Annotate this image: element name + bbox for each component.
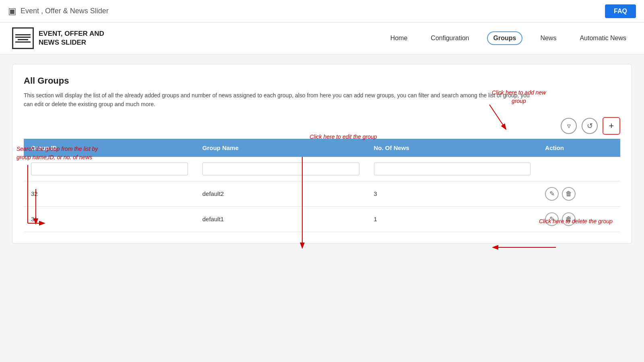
filter-cell-action bbox=[538, 157, 620, 181]
logo-icon bbox=[12, 27, 34, 49]
card-title: All Groups bbox=[24, 76, 620, 86]
top-bar-title-area: ▣ Event , Offer & News Slider bbox=[8, 6, 109, 16]
delete-icon: 🗑 bbox=[566, 216, 572, 223]
app-title: Event , Offer & News Slider bbox=[21, 7, 109, 15]
edit-icon: ✎ bbox=[549, 215, 555, 223]
toolbar-area: ▿ ↺ + bbox=[24, 117, 620, 135]
nav-groups[interactable]: Groups bbox=[487, 31, 523, 45]
action-buttons: ✎ 🗑 bbox=[545, 212, 613, 226]
logo-line1 bbox=[15, 34, 31, 35]
card-description: This section will display the list of al… bbox=[24, 91, 531, 109]
filter-button[interactable]: ▿ bbox=[561, 118, 577, 134]
edit-button-row1[interactable]: ✎ bbox=[545, 212, 559, 226]
groups-table: Group ID Group Name No. Of News Action bbox=[24, 139, 620, 232]
nav-news[interactable]: News bbox=[535, 32, 562, 44]
filter-cell-name bbox=[195, 157, 367, 181]
delete-button-row1[interactable]: 🗑 bbox=[562, 212, 576, 226]
logo-line3 bbox=[18, 39, 29, 40]
monitor-icon: ▣ bbox=[8, 6, 17, 16]
cell-news-count: 1 bbox=[367, 206, 538, 232]
nav-automatic-news[interactable]: Automatic News bbox=[574, 32, 632, 44]
logo-line2 bbox=[15, 37, 31, 38]
nav-home[interactable]: Home bbox=[385, 32, 413, 44]
col-news-count: No. Of News bbox=[367, 139, 538, 157]
filter-cell-id bbox=[24, 157, 195, 181]
table-row: 32 default2 3 ✎ 🗑 bbox=[24, 181, 620, 206]
table-container: Group ID Group Name No. Of News Action bbox=[24, 139, 620, 232]
all-groups-card: Search the group from the list bygroup n… bbox=[12, 64, 632, 244]
cell-group-name: default2 bbox=[195, 181, 367, 206]
table-row: 31 default1 1 ✎ 🗑 bbox=[24, 206, 620, 232]
table-body: 32 default2 3 ✎ 🗑 bbox=[24, 157, 620, 232]
filter-input-id[interactable] bbox=[31, 162, 188, 175]
edit-button-row0[interactable]: ✎ bbox=[545, 187, 559, 201]
main-content: Search the group from the list bygroup n… bbox=[0, 54, 644, 253]
header-row: Group ID Group Name No. Of News Action bbox=[24, 139, 620, 157]
cell-group-id: 32 bbox=[24, 181, 195, 206]
filter-cell-news bbox=[367, 157, 538, 181]
faq-button[interactable]: FAQ bbox=[605, 4, 636, 18]
filter-input-name[interactable] bbox=[202, 162, 359, 175]
nav-header: EVENT, OFFER AND NEWS SLIDER Home Config… bbox=[0, 23, 644, 54]
action-buttons: ✎ 🗑 bbox=[545, 187, 613, 201]
top-bar: ▣ Event , Offer & News Slider FAQ bbox=[0, 0, 644, 23]
add-group-button[interactable]: + bbox=[603, 117, 620, 135]
delete-button-row0[interactable]: 🗑 bbox=[562, 187, 576, 201]
col-group-name: Group Name bbox=[195, 139, 367, 157]
logo-area: EVENT, OFFER AND NEWS SLIDER bbox=[12, 27, 104, 49]
cell-news-count: 3 bbox=[367, 181, 538, 206]
filter-row bbox=[24, 157, 620, 181]
cell-group-name: default1 bbox=[195, 206, 367, 232]
add-icon: + bbox=[609, 121, 614, 131]
cell-action: ✎ 🗑 bbox=[538, 181, 620, 206]
cell-action: ✎ 🗑 bbox=[538, 206, 620, 232]
logo-text: EVENT, OFFER AND NEWS SLIDER bbox=[39, 29, 104, 47]
nav-links: Home Configuration Groups News Automatic… bbox=[385, 31, 632, 45]
col-group-id: Group ID bbox=[24, 139, 195, 157]
refresh-button[interactable]: ↺ bbox=[582, 118, 598, 134]
filter-icon: ▿ bbox=[567, 121, 571, 130]
col-action: Action bbox=[538, 139, 620, 157]
filter-input-news[interactable] bbox=[374, 162, 531, 175]
cell-group-id: 31 bbox=[24, 206, 195, 232]
nav-configuration[interactable]: Configuration bbox=[425, 32, 475, 44]
delete-icon: 🗑 bbox=[566, 190, 572, 197]
logo-line4 bbox=[15, 41, 31, 43]
table-header: Group ID Group Name No. Of News Action bbox=[24, 139, 620, 157]
refresh-icon: ↺ bbox=[587, 121, 593, 130]
edit-icon: ✎ bbox=[549, 190, 555, 197]
